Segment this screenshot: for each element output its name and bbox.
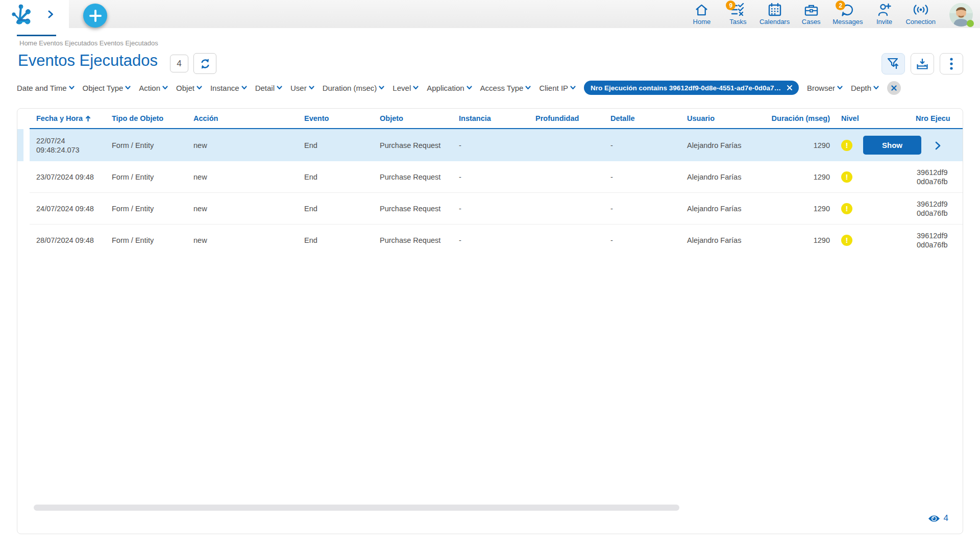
filter-date-and-time[interactable]: Date and Time bbox=[17, 84, 75, 92]
cell-duracion: 1290 bbox=[762, 236, 830, 245]
more-options-button[interactable] bbox=[940, 53, 963, 74]
filter-toggle-button[interactable] bbox=[881, 53, 905, 74]
filter-application[interactable]: Application bbox=[427, 84, 472, 92]
nav-label: Conection bbox=[905, 18, 936, 26]
page-actions bbox=[881, 53, 963, 74]
nro-ejecucion-line1: 39612df9 bbox=[917, 168, 963, 177]
filter-access-type[interactable]: Access Type bbox=[480, 84, 531, 92]
warning-level-icon: ! bbox=[841, 235, 852, 246]
chevron-down-icon bbox=[162, 86, 168, 90]
nav-item-calendars[interactable]: Calendars bbox=[760, 3, 790, 26]
nav-item-tasks[interactable]: 9 Tasks bbox=[723, 3, 753, 26]
nav-item-messages[interactable]: 2 Messages bbox=[832, 3, 863, 26]
warning-level-icon: ! bbox=[841, 203, 852, 214]
column-header-nro-ejecucion[interactable]: Nro Ejecu bbox=[867, 114, 963, 122]
clear-all-filters-button[interactable] bbox=[887, 81, 901, 95]
active-filter-chip[interactable]: Nro Ejecución contains 39612df9-0d8e-455… bbox=[584, 81, 799, 95]
nav-item-invite[interactable]: Invite bbox=[869, 3, 899, 26]
show-button[interactable]: Show bbox=[863, 136, 921, 155]
sidebar-expand-chevron-icon[interactable] bbox=[48, 10, 54, 18]
filter-label: Object Type bbox=[83, 84, 124, 92]
record-count-badge: 4 bbox=[170, 55, 188, 72]
filter-label: Detail bbox=[255, 84, 275, 92]
top-navigation: Home 9 Tasks bbox=[687, 3, 973, 27]
cell-accion: new bbox=[187, 172, 298, 182]
warning-level-icon: ! bbox=[841, 140, 852, 151]
remove-filter-icon[interactable] bbox=[787, 85, 792, 90]
visible-records-indicator: 4 bbox=[928, 513, 948, 523]
cell-usuario: Alejandro Farías bbox=[680, 236, 762, 245]
breadcrumb[interactable]: Home Eventos Ejecutados Eventos Ejecutad… bbox=[19, 39, 158, 47]
connection-signal-icon bbox=[913, 3, 928, 16]
horizontal-scrollbar[interactable] bbox=[34, 505, 679, 511]
cell-accion: new bbox=[187, 141, 298, 150]
nav-item-home[interactable]: Home bbox=[687, 3, 717, 26]
filter-browser[interactable]: Browser bbox=[807, 84, 843, 92]
column-label: Tipo de Objeto bbox=[112, 114, 163, 122]
filter-depth[interactable]: Depth bbox=[851, 84, 879, 92]
cell-duracion: 1290 bbox=[762, 141, 830, 150]
chevron-down-icon bbox=[525, 86, 531, 90]
cell-objeto: Purchase Request bbox=[373, 172, 452, 182]
column-header-nivel[interactable]: Nivel bbox=[830, 114, 867, 122]
filter-bar: Date and Time Object Type Action Objet I… bbox=[17, 81, 966, 95]
table-row[interactable]: 23/07/2024 09:48 Form / Entity new End P… bbox=[30, 161, 963, 193]
table-row[interactable]: 22/07/24 09:48:24.073 Form / Entity new … bbox=[30, 129, 963, 161]
column-header-instancia[interactable]: Instancia bbox=[452, 114, 529, 122]
nav-item-connection[interactable]: Conection bbox=[905, 3, 936, 26]
invite-person-icon bbox=[877, 3, 891, 16]
cell-detalle: - bbox=[604, 141, 680, 150]
table-row[interactable]: 28/07/2024 09:48 Form / Entity new End P… bbox=[30, 224, 963, 256]
cell-objeto: Purchase Request bbox=[373, 204, 452, 213]
cell-nro-ejecucion: 39612df9 0d0a76fb bbox=[867, 199, 963, 218]
chevron-down-icon bbox=[241, 86, 247, 90]
home-icon bbox=[695, 3, 708, 16]
filter-duration[interactable]: Duration (msec) bbox=[323, 84, 385, 92]
chevron-down-icon bbox=[309, 86, 314, 90]
column-label: Nivel bbox=[841, 114, 859, 122]
nav-active-indicator bbox=[17, 35, 56, 36]
column-header-evento[interactable]: Evento bbox=[298, 114, 373, 122]
column-header-fecha[interactable]: Fecha y Hora bbox=[30, 114, 105, 122]
nav-label: Tasks bbox=[729, 18, 746, 26]
column-header-objeto[interactable]: Objeto bbox=[373, 114, 452, 122]
chevron-down-icon bbox=[125, 86, 131, 90]
cell-instancia: - bbox=[452, 141, 529, 150]
cell-fecha: 22/07/24 09:48:24.073 bbox=[30, 136, 105, 155]
calendar-icon bbox=[768, 3, 781, 16]
column-header-profundidad[interactable]: Profundidad bbox=[529, 114, 604, 122]
column-header-accion[interactable]: Acción bbox=[187, 114, 298, 122]
nav-item-cases[interactable]: Cases bbox=[796, 3, 826, 26]
sort-ascending-icon bbox=[85, 115, 91, 122]
nro-ejecucion-line1: 39612df9 bbox=[917, 231, 963, 240]
cell-objeto: Purchase Request bbox=[373, 236, 452, 245]
column-header-usuario[interactable]: Usuario bbox=[680, 114, 762, 122]
filter-objet[interactable]: Objet bbox=[176, 84, 202, 92]
cell-evento: End bbox=[298, 204, 373, 213]
filter-action[interactable]: Action bbox=[139, 84, 168, 92]
table-row[interactable]: 24/07/2024 09:48 Form / Entity new End P… bbox=[30, 193, 963, 224]
filter-client-ip[interactable]: Client IP bbox=[539, 84, 576, 92]
column-label: Detalle bbox=[610, 114, 635, 122]
row-expand-chevron-icon[interactable] bbox=[935, 141, 941, 150]
create-new-button[interactable] bbox=[83, 4, 107, 28]
column-header-duracion[interactable]: Duración (mseg) bbox=[762, 114, 830, 122]
filter-label: User bbox=[290, 84, 307, 92]
filter-detail[interactable]: Detail bbox=[255, 84, 282, 92]
export-button[interactable] bbox=[911, 53, 934, 74]
filter-level[interactable]: Level bbox=[393, 84, 419, 92]
cell-instancia: - bbox=[452, 236, 529, 245]
column-header-tipo[interactable]: Tipo de Objeto bbox=[105, 114, 187, 122]
cell-detalle: - bbox=[604, 236, 680, 245]
filter-instance[interactable]: Instance bbox=[210, 84, 247, 92]
filter-label: Action bbox=[139, 84, 160, 92]
user-avatar[interactable] bbox=[949, 3, 973, 27]
column-header-detalle[interactable]: Detalle bbox=[604, 114, 680, 122]
column-label: Acción bbox=[193, 114, 218, 122]
chevron-down-icon bbox=[197, 86, 202, 90]
filter-user[interactable]: User bbox=[290, 84, 314, 92]
refresh-button[interactable] bbox=[193, 53, 216, 74]
chevron-down-icon bbox=[467, 86, 472, 90]
filter-object-type[interactable]: Object Type bbox=[83, 84, 131, 92]
chevron-down-icon bbox=[379, 86, 384, 90]
